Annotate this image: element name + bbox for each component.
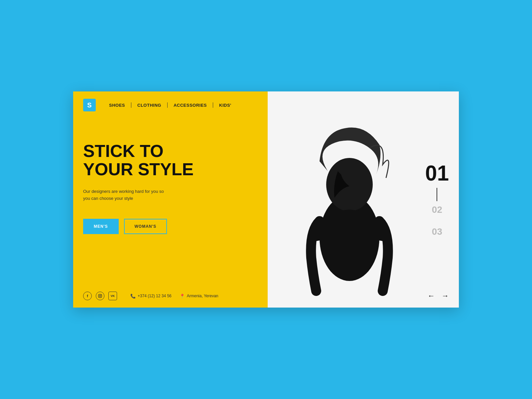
- phone-contact: 📞 +374 (12) 12 34 56: [130, 294, 172, 299]
- prev-arrow[interactable]: ←: [428, 292, 435, 300]
- nav-sep-3: [213, 102, 213, 108]
- right-panel: 01 02 03 ← →: [268, 91, 459, 308]
- slide-num-1[interactable]: 01: [425, 163, 449, 184]
- left-footer: f VK 📞 +374 (12) 12 34 56 📍 Ar: [73, 284, 268, 308]
- nav-items: SHOES CLOTHING ACCESSORIES KIDS': [109, 102, 231, 108]
- slide-divider: [437, 188, 437, 201]
- logo-letter: S: [87, 101, 91, 109]
- hero-content: STICK TO YOUR STYLE Our designers are wo…: [73, 142, 268, 284]
- nav-sep-1: [131, 102, 131, 108]
- location-icon: 📍: [180, 294, 185, 299]
- slide-num-3[interactable]: 03: [432, 227, 442, 236]
- location-contact: 📍 Armenia, Yerevan: [180, 294, 218, 299]
- hero-title: STICK TO YOUR STYLE: [83, 142, 258, 178]
- slide-num-2[interactable]: 02: [432, 205, 442, 214]
- mens-button[interactable]: MEN'S: [83, 219, 119, 234]
- navbar: S SHOES CLOTHING ACCESSORIES KIDS': [73, 91, 268, 119]
- logo[interactable]: S: [83, 99, 96, 111]
- nav-clothing[interactable]: CLOTHING: [137, 103, 161, 108]
- site-wrapper: S SHOES CLOTHING ACCESSORIES KIDS' STICK…: [73, 91, 459, 308]
- model-image: [280, 98, 419, 308]
- left-panel: S SHOES CLOTHING ACCESSORIES KIDS' STICK…: [73, 91, 268, 308]
- nav-sep-2: [167, 102, 168, 108]
- svg-point-5: [326, 158, 373, 211]
- facebook-icon[interactable]: f: [83, 292, 92, 300]
- womans-button[interactable]: WOMAN'S: [124, 219, 167, 234]
- svg-rect-0: [98, 294, 102, 298]
- next-arrow[interactable]: →: [442, 292, 449, 300]
- instagram-icon[interactable]: [96, 292, 104, 300]
- phone-icon: 📞: [130, 294, 136, 299]
- nav-accessories[interactable]: ACCESSORIES: [174, 103, 207, 108]
- nav-kids[interactable]: KIDS': [219, 103, 231, 108]
- contact-info: 📞 +374 (12) 12 34 56 📍 Armenia, Yerevan: [130, 294, 218, 299]
- svg-point-1: [99, 295, 101, 297]
- nav-shoes[interactable]: SHOES: [109, 103, 125, 108]
- slide-numbers: 01 02 03: [425, 163, 449, 236]
- vk-icon[interactable]: VK: [108, 292, 117, 300]
- social-icons: f VK: [83, 292, 117, 300]
- hero-buttons: MEN'S WOMAN'S: [83, 219, 258, 234]
- nav-arrows: ← →: [428, 292, 449, 300]
- hero-description: Our designers are working hard for you s…: [83, 188, 258, 202]
- svg-point-2: [101, 295, 101, 295]
